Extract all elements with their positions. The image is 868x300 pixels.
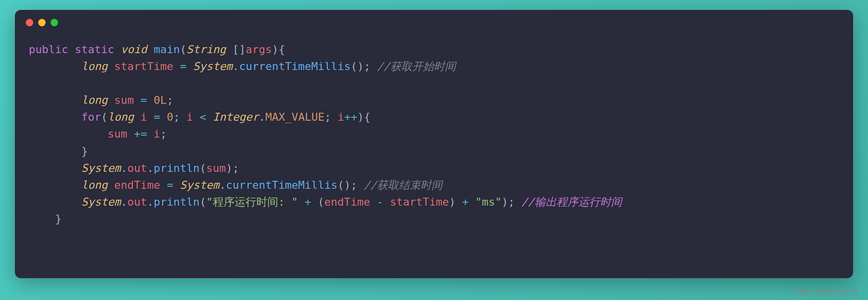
- code-token: 0: [167, 111, 173, 123]
- code-token: +=: [134, 128, 147, 140]
- code-token: =: [167, 179, 173, 191]
- code-token: [29, 111, 81, 123]
- code-token: [108, 60, 114, 73]
- close-dot-icon[interactable]: [26, 19, 33, 26]
- code-token: [29, 60, 81, 73]
- code-token: String: [186, 43, 226, 56]
- maximize-dot-icon[interactable]: [51, 19, 58, 26]
- code-token: long: [108, 111, 134, 123]
- code-token: sum: [206, 162, 226, 174]
- code-token: [108, 179, 114, 191]
- code-token: }: [29, 145, 88, 157]
- code-token: [206, 111, 213, 123]
- window-titlebar: [15, 10, 853, 31]
- code-token: [29, 179, 81, 191]
- code-window: public static void main(String []args){ …: [15, 10, 853, 278]
- code-token: [29, 94, 81, 106]
- code-token: [68, 43, 74, 56]
- code-token: );: [501, 196, 521, 208]
- code-token: 0L: [154, 94, 167, 106]
- code-token: [173, 179, 180, 191]
- code-token: i: [338, 111, 344, 123]
- code-token: ;: [160, 128, 167, 140]
- code-token: //获取结束时间: [364, 179, 443, 191]
- code-token: System: [193, 60, 232, 73]
- code-token: currentTimeMillis: [226, 179, 337, 191]
- code-token: i: [154, 128, 160, 140]
- code-token: );: [226, 162, 239, 174]
- code-token: ): [449, 196, 462, 208]
- code-token: void: [121, 43, 147, 56]
- code-token: ();: [351, 60, 377, 73]
- code-token: "程序运行时间: ": [206, 196, 298, 208]
- code-token: public: [29, 43, 68, 56]
- code-token: [160, 111, 167, 123]
- code-token: [298, 196, 305, 208]
- watermark-text: @稀土掘金技术社区: [792, 288, 859, 297]
- code-token: static: [75, 43, 114, 56]
- code-token: ;: [173, 111, 186, 123]
- code-token: "ms": [475, 196, 501, 208]
- code-token: }: [29, 213, 62, 225]
- code-token: [29, 196, 81, 208]
- code-token: [160, 179, 167, 191]
- code-token: [370, 196, 376, 208]
- code-token: ;: [167, 94, 173, 106]
- code-token: out: [127, 196, 147, 208]
- code-token: []: [226, 43, 246, 56]
- code-token: startTime: [114, 60, 173, 73]
- code-token: //获取开始时间: [377, 60, 456, 73]
- code-token: [147, 94, 153, 106]
- code-token: long: [81, 94, 108, 106]
- code-token: [147, 111, 153, 123]
- code-token: .: [121, 196, 127, 208]
- code-token: (: [180, 43, 186, 56]
- code-token: [108, 94, 114, 106]
- code-token: [173, 60, 180, 73]
- code-token: long: [81, 60, 108, 73]
- code-token: [29, 162, 81, 174]
- code-token: args: [246, 43, 272, 56]
- code-token: (: [311, 196, 324, 208]
- code-token: for: [81, 111, 101, 123]
- code-token: [147, 128, 153, 140]
- code-token: main: [154, 43, 180, 56]
- code-token: =: [140, 94, 147, 106]
- code-token: [134, 111, 140, 123]
- code-token: i: [140, 111, 147, 123]
- code-token: println: [154, 162, 200, 174]
- code-token: out: [127, 162, 147, 174]
- code-token: .: [259, 111, 265, 123]
- code-token: ){: [357, 111, 371, 123]
- code-token: System: [81, 196, 121, 208]
- code-token: [134, 94, 140, 106]
- minimize-dot-icon[interactable]: [38, 19, 46, 26]
- code-token: (: [101, 111, 108, 123]
- code-token: [147, 43, 153, 56]
- code-token: System: [180, 179, 219, 191]
- code-token: i: [186, 111, 193, 123]
- code-token: endTime: [324, 196, 371, 208]
- code-token: +: [305, 196, 311, 208]
- code-token: .: [219, 179, 226, 191]
- code-token: <: [199, 111, 206, 123]
- code-token: ();: [338, 179, 364, 191]
- code-token: [193, 111, 199, 123]
- code-token: .: [121, 162, 127, 174]
- code-token: sum: [108, 128, 127, 140]
- code-token: [29, 128, 108, 140]
- code-token: ){: [272, 43, 285, 56]
- code-token: sum: [114, 94, 134, 106]
- code-token: ;: [324, 111, 338, 123]
- code-token: currentTimeMillis: [239, 60, 351, 73]
- code-token: [127, 128, 134, 140]
- code-block: public static void main(String []args){ …: [15, 31, 853, 237]
- code-token: (: [199, 162, 206, 174]
- code-token: .: [233, 60, 239, 73]
- code-token: Integer: [213, 111, 259, 123]
- code-token: =: [180, 60, 186, 73]
- code-token: [186, 60, 193, 73]
- code-token: (: [199, 196, 206, 208]
- code-token: -: [377, 196, 383, 208]
- code-token: long: [81, 179, 108, 191]
